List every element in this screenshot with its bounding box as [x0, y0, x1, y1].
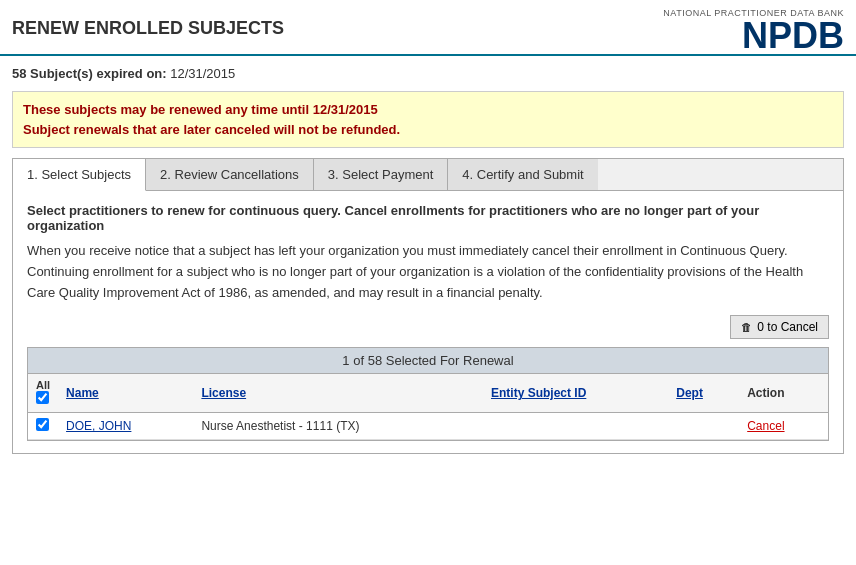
intro-text: When you receive notice that a subject h…	[27, 241, 829, 303]
table-header-row: All Name License Entity Subject ID	[28, 374, 828, 413]
row-checkbox-cell	[28, 413, 58, 440]
table-selected-summary: 1 of 58 Selected For Renewal	[28, 348, 828, 374]
tab-select-subjects[interactable]: 1. Select Subjects	[13, 159, 146, 191]
table-row: DOE, JOHN Nurse Anesthetist - 1111 (TX) …	[28, 413, 828, 440]
cancel-btn-row: 🗑 0 to Cancel	[27, 315, 829, 339]
intro-bold: Select practitioners to renew for contin…	[27, 203, 829, 233]
expired-date: 12/31/2015	[170, 66, 235, 81]
all-header: All	[28, 374, 58, 413]
table-wrapper: 1 of 58 Selected For Renewal All Name Li…	[27, 347, 829, 441]
row-dept-cell	[668, 413, 739, 440]
name-header: Name	[58, 374, 193, 413]
expired-label: 58 Subject(s) expired on:	[12, 66, 167, 81]
entity-subject-id-sort-link[interactable]: Entity Subject ID	[491, 386, 586, 400]
row-license-cell: Nurse Anesthetist - 1111 (TX)	[193, 413, 483, 440]
cancel-count-button[interactable]: 🗑 0 to Cancel	[730, 315, 829, 339]
cancel-count-label: 0 to Cancel	[757, 320, 818, 334]
row-entity-id-cell	[483, 413, 668, 440]
npdb-logo: NATIONAL PRACTITIONER DATA BANK NPDB	[663, 8, 844, 54]
entity-subject-id-header: Entity Subject ID	[483, 374, 668, 413]
warning-box: These subjects may be renewed any time u…	[12, 91, 844, 148]
row-action-cell: Cancel	[739, 413, 828, 440]
row-name-cell: DOE, JOHN	[58, 413, 193, 440]
warning-line2: Subject renewals that are later canceled…	[23, 120, 833, 140]
row-checkbox[interactable]	[36, 418, 49, 431]
name-sort-link[interactable]: Name	[66, 386, 99, 400]
dept-sort-link[interactable]: Dept	[676, 386, 703, 400]
trash-icon: 🗑	[741, 321, 752, 333]
dept-header: Dept	[668, 374, 739, 413]
tab-content: Select practitioners to renew for contin…	[13, 191, 843, 453]
license-header: License	[193, 374, 483, 413]
license-sort-link[interactable]: License	[201, 386, 246, 400]
tab-review-cancellations[interactable]: 2. Review Cancellations	[146, 159, 314, 190]
page-header: RENEW ENROLLED SUBJECTS NATIONAL PRACTIT…	[0, 0, 856, 56]
tab-select-payment[interactable]: 3. Select Payment	[314, 159, 449, 190]
subjects-table: All Name License Entity Subject ID	[28, 374, 828, 440]
action-header: Action	[739, 374, 828, 413]
warning-line1: These subjects may be renewed any time u…	[23, 100, 833, 120]
subject-name-link[interactable]: DOE, JOHN	[66, 419, 131, 433]
tab-certify-submit[interactable]: 4. Certify and Submit	[448, 159, 597, 190]
tabs-section: 1. Select Subjects 2. Review Cancellatio…	[12, 158, 844, 454]
logo-main-text: NPDB	[663, 18, 844, 54]
subheader: 58 Subject(s) expired on: 12/31/2015	[0, 56, 856, 87]
select-all-checkbox[interactable]	[36, 391, 49, 404]
row-cancel-link[interactable]: Cancel	[747, 419, 784, 433]
all-label: All	[36, 379, 50, 391]
tabs-bar: 1. Select Subjects 2. Review Cancellatio…	[13, 159, 843, 191]
page-title: RENEW ENROLLED SUBJECTS	[12, 18, 284, 39]
